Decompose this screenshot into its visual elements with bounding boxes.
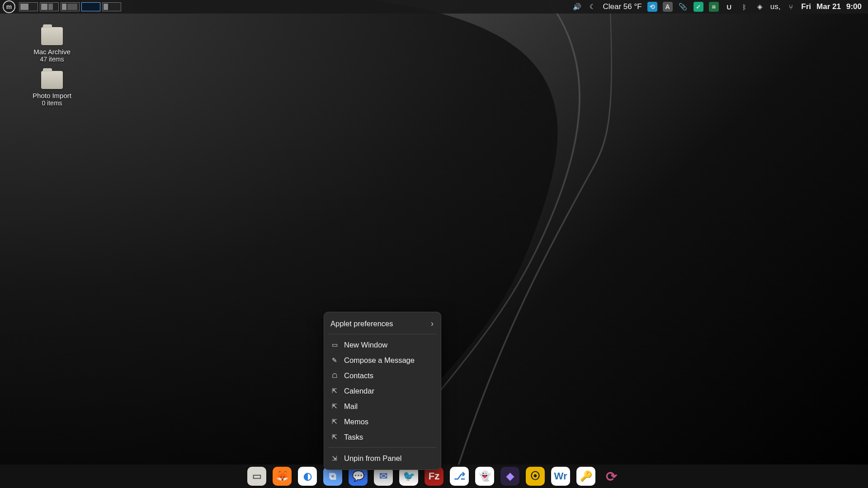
desktop-icon-sublabel: 0 items bbox=[42, 99, 62, 107]
contacts-icon: ☖ bbox=[330, 372, 339, 379]
weather-applet[interactable]: Clear 56 °F bbox=[603, 2, 642, 11]
menu-separator bbox=[329, 334, 436, 334]
menu-item-label: Compose a Message bbox=[344, 356, 415, 365]
dock-app-rhythmbox[interactable]: ⦿ bbox=[526, 467, 545, 486]
window-icon: ▭ bbox=[330, 341, 339, 348]
menu-memos[interactable]: ⇱ Memos bbox=[324, 414, 441, 429]
night-icon[interactable]: ☾ bbox=[588, 2, 598, 12]
dock-app-writer[interactable]: Wr bbox=[551, 467, 570, 486]
unpin-icon: ⇲ bbox=[330, 455, 339, 462]
menu-applet-preferences[interactable]: Applet preferences bbox=[324, 316, 441, 331]
tray-app-1-icon[interactable]: ⟲ bbox=[647, 2, 657, 12]
security-icon[interactable]: ◈ bbox=[755, 2, 765, 12]
menu-separator bbox=[329, 447, 436, 448]
desktop-icon-label: Photo Import bbox=[33, 92, 71, 99]
desktop-folder-photo-import[interactable]: Photo Import 0 items bbox=[18, 71, 86, 107]
dock-app-ghostwriter[interactable]: 👻 bbox=[475, 467, 494, 486]
compose-icon: ✎ bbox=[330, 357, 339, 364]
bluetooth-icon[interactable]: ᛒ bbox=[740, 2, 750, 12]
menu-item-label: Memos bbox=[344, 418, 368, 426]
dock-app-files[interactable]: ▭ bbox=[247, 467, 266, 486]
desktop-folder-mac-archive[interactable]: Mac Archive 47 items bbox=[18, 27, 86, 63]
menu-item-label: New Window bbox=[344, 341, 387, 349]
dock-app-obsidian[interactable]: ◆ bbox=[500, 467, 519, 486]
network-icon[interactable]: ⑂ bbox=[786, 2, 796, 12]
keyboard-layout-indicator[interactable]: us, bbox=[770, 2, 781, 11]
attachment-icon[interactable]: 📎 bbox=[678, 2, 688, 12]
folder-icon bbox=[41, 71, 63, 89]
menu-compose-message[interactable]: ✎ Compose a Message bbox=[324, 352, 441, 368]
dock-app-firefox[interactable]: 🦊 bbox=[273, 467, 292, 486]
volume-icon[interactable]: 🔊 bbox=[572, 2, 582, 12]
menu-tasks[interactable]: ⇱ Tasks bbox=[324, 429, 441, 445]
menu-calendar[interactable]: ⇱ Calendar bbox=[324, 383, 441, 399]
menu-new-window[interactable]: ▭ New Window bbox=[324, 337, 441, 352]
clock-day[interactable]: Fri bbox=[801, 2, 811, 11]
menu-item-label: Calendar bbox=[344, 387, 374, 395]
tray-app-2-icon[interactable]: ✓ bbox=[693, 2, 703, 12]
menu-item-label: Mail bbox=[344, 402, 358, 411]
top-panel: m 🔊 ☾ Clear 56 °F ⟲ A 📎 ✓ ⌗ U ᛒ ◈ us, ⑂ … bbox=[0, 0, 868, 14]
menu-item-label: Tasks bbox=[344, 433, 363, 441]
tray-app-3-icon[interactable]: ⌗ bbox=[709, 2, 719, 12]
desktop-icon-sublabel: 47 items bbox=[40, 56, 64, 63]
workspace-switcher[interactable] bbox=[19, 0, 123, 14]
menu-item-label: Contacts bbox=[344, 371, 373, 380]
clock-time[interactable]: 9:00 bbox=[846, 2, 862, 11]
tray-app-u-icon[interactable]: U bbox=[724, 2, 734, 12]
workspace-2[interactable] bbox=[40, 2, 59, 11]
mint-menu-button[interactable]: m bbox=[3, 0, 15, 13]
dock-app-keepass[interactable]: 🔑 bbox=[576, 467, 595, 486]
workspace-5[interactable] bbox=[102, 2, 121, 11]
workspace-1[interactable] bbox=[19, 2, 38, 11]
menu-mail[interactable]: ⇱ Mail bbox=[324, 399, 441, 414]
folder-icon bbox=[41, 27, 63, 45]
workspace-3[interactable] bbox=[61, 2, 80, 11]
desktop-icons: Mac Archive 47 items Photo Import 0 item… bbox=[18, 27, 86, 107]
desktop-icon-label: Mac Archive bbox=[33, 48, 71, 56]
tray-app-a-icon[interactable]: A bbox=[663, 2, 673, 12]
dock-app-chromium[interactable]: ◐ bbox=[298, 467, 317, 486]
launch-icon: ⇱ bbox=[330, 387, 339, 394]
menu-item-label: Applet preferences bbox=[330, 319, 393, 328]
menu-contacts[interactable]: ☖ Contacts bbox=[324, 368, 441, 383]
dock-app-sync[interactable]: ⟳ bbox=[602, 467, 621, 486]
launch-icon: ⇱ bbox=[330, 403, 339, 410]
launch-icon: ⇱ bbox=[330, 418, 339, 425]
panel-context-menu: Applet preferences ▭ New Window ✎ Compos… bbox=[324, 312, 441, 470]
workspace-4[interactable] bbox=[81, 2, 100, 11]
menu-item-label: Unpin from Panel bbox=[344, 454, 401, 463]
clock-date[interactable]: Mar 21 bbox=[816, 2, 841, 11]
launch-icon: ⇱ bbox=[330, 433, 339, 441]
dock-app-vscodium[interactable]: ⎇ bbox=[450, 467, 469, 486]
menu-unpin[interactable]: ⇲ Unpin from Panel bbox=[324, 450, 441, 466]
